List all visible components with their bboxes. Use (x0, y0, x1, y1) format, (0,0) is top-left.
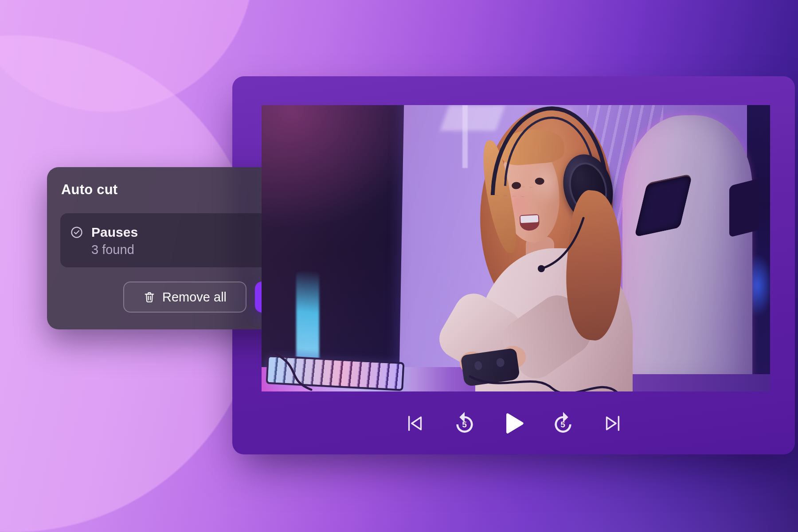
play-button[interactable] (501, 411, 526, 436)
skip-forward-icon (602, 413, 622, 434)
playback-controls: 5 5 (232, 411, 795, 436)
trash-icon (143, 291, 156, 303)
video-preview (262, 105, 770, 391)
forward-5-seconds-button[interactable]: 5 (551, 411, 575, 436)
play-icon (501, 411, 526, 436)
dialog-title: Auto cut (61, 182, 117, 198)
rewind-5-seconds-button[interactable]: 5 (452, 411, 477, 436)
check-circle-icon (70, 226, 83, 239)
promo-canvas: 5 5 Auto cut (0, 0, 798, 532)
rewind-seconds-label: 5 (452, 420, 477, 429)
detection-result-text: Pauses 3 found (91, 224, 138, 258)
remove-all-label: Remove all (162, 290, 227, 305)
video-player-panel: 5 5 (232, 76, 795, 454)
skip-back-icon (405, 413, 426, 434)
forward-seconds-label: 5 (551, 420, 575, 429)
skip-to-end-button[interactable] (600, 411, 625, 436)
mic-boom-and-cables (262, 105, 770, 391)
result-count: 3 found (91, 241, 138, 258)
result-label: Pauses (91, 224, 138, 241)
remove-all-button[interactable]: Remove all (123, 282, 246, 313)
skip-to-start-button[interactable] (403, 411, 428, 436)
